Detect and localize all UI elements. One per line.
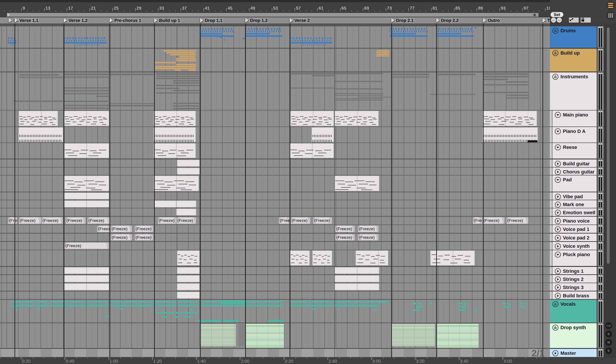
- clip-freeze[interactable]: (Freeze): [291, 217, 310, 224]
- track-header-build-guitar[interactable]: Build guitar: [552, 159, 597, 167]
- clip-druma[interactable]: [200, 26, 236, 48]
- track-lane-chorus-guitar[interactable]: [0, 168, 550, 175]
- track-header-reese[interactable]: Reese: [552, 143, 597, 158]
- scroll-left-icon[interactable]: [533, 13, 535, 16]
- loop-scrub-bar[interactable]: [7, 13, 539, 17]
- clip-pluck[interactable]: [290, 251, 310, 265]
- clip-gray[interactable]: [238, 324, 244, 346]
- track-lane-instruments[interactable]: [0, 72, 550, 110]
- fold-closed-icon[interactable]: [555, 268, 561, 274]
- clip-reese[interactable]: [289, 143, 334, 158]
- fold-open-icon[interactable]: [555, 177, 561, 183]
- link-tool-icon[interactable]: [569, 18, 579, 23]
- clip-freeze[interactable]: (Freeze): [506, 217, 528, 224]
- locator-verse-1-1[interactable]: Verse 1.1: [14, 18, 39, 23]
- clip-druma[interactable]: [245, 26, 284, 48]
- clip-freeze[interactable]: (Freeze): [64, 243, 109, 249]
- fold-closed-icon[interactable]: [555, 226, 561, 233]
- clip-plain[interactable]: [176, 209, 196, 215]
- fold-closed-icon[interactable]: [555, 243, 561, 249]
- clip-reese[interactable]: [154, 143, 196, 158]
- track-header-voice-pad-1[interactable]: Voice pad 1: [552, 225, 597, 233]
- clip-plain[interactable]: [176, 201, 196, 207]
- clip-plain[interactable]: [334, 284, 379, 290]
- next-locator-button[interactable]: →: [557, 18, 562, 23]
- fold-closed-icon[interactable]: [555, 201, 561, 208]
- clip-plain[interactable]: [177, 275, 200, 282]
- track-header-drums[interactable]: Drums: [550, 26, 597, 48]
- track-header-strings-3[interactable]: Strings 3: [552, 283, 597, 291]
- track-header-drop-synth[interactable]: Drop synth: [550, 323, 597, 348]
- clip-piano[interactable]: [154, 111, 196, 126]
- clip-pluck[interactable]: [312, 251, 332, 265]
- prev-locator-button[interactable]: ←: [551, 18, 556, 23]
- mixer-section-button-d[interactable]: D: [605, 347, 612, 354]
- clip-freeze[interactable]: (Freeze): [8, 217, 17, 224]
- track-lane-emotion-swell[interactable]: [0, 208, 550, 216]
- clip-piano[interactable]: [18, 111, 58, 126]
- fold-closed-icon[interactable]: [555, 193, 561, 200]
- clip-plain[interactable]: [177, 168, 200, 174]
- play-start-marker-icon[interactable]: [7, 13, 10, 17]
- clip-pad[interactable]: [64, 176, 109, 191]
- fold-closed-icon[interactable]: [555, 235, 561, 241]
- menu-icon[interactable]: [606, 1, 615, 10]
- track-header-vocals[interactable]: Vocals: [550, 300, 597, 323]
- clip-freeze[interactable]: (Freeze): [358, 226, 379, 232]
- clip-plain[interactable]: [334, 267, 379, 274]
- clip-ticks[interactable]: [18, 127, 63, 142]
- clip-freeze[interactable]: (Freeze): [335, 226, 355, 232]
- track-header-emotion-swell[interactable]: Emotion swell: [552, 208, 597, 216]
- locator-verse-2[interactable]: Verse 2: [289, 18, 310, 23]
- fold-open-icon[interactable]: [555, 112, 561, 118]
- fold-closed-icon[interactable]: [555, 169, 561, 175]
- track-lane-strings-1[interactable]: [0, 267, 550, 274]
- arrangement-area[interactable]: (Freeze)(Freeze)(Freeze)(Freeze)(Freeze)…: [0, 24, 550, 357]
- clip-freeze[interactable]: (Freeze): [358, 234, 379, 240]
- clip-drumb[interactable]: [8, 26, 17, 48]
- group-track-icon[interactable]: [552, 324, 559, 331]
- clip-reese[interactable]: [64, 143, 109, 158]
- clip-freeze[interactable]: (Freeze): [19, 217, 41, 224]
- clip-ticks[interactable]: [312, 127, 334, 142]
- clip-freeze[interactable]: (Freeze): [335, 234, 355, 240]
- clip-freeze[interactable]: (Freeze): [158, 217, 176, 224]
- clip-freeze[interactable]: (Freeze): [279, 217, 289, 224]
- track-header-mark-one[interactable]: Mark one: [552, 200, 597, 208]
- track-lane-drop-synth[interactable]: [0, 323, 550, 348]
- clip-ticks[interactable]: [482, 127, 538, 142]
- clip-plain[interactable]: [177, 292, 200, 299]
- track-lane-build-up[interactable]: [0, 49, 550, 71]
- track-lane-voice-synth[interactable]: (Freeze): [0, 242, 550, 250]
- clip-plain[interactable]: [154, 201, 176, 207]
- clip-pluck[interactable]: [177, 251, 200, 265]
- clip-ticks[interactable]: [154, 127, 196, 142]
- clip-freeze[interactable]: (Freeze): [65, 217, 86, 224]
- locator-pre-chorus-1[interactable]: Pre-chorus 1: [110, 18, 142, 23]
- fold-closed-icon[interactable]: [555, 276, 561, 283]
- track-header-main-piano[interactable]: Main piano: [552, 111, 597, 127]
- clip-freeze[interactable]: (Freeze): [135, 234, 153, 240]
- fold-closed-icon[interactable]: [555, 218, 561, 224]
- clip-plain[interactable]: [177, 284, 200, 290]
- fold-open-icon[interactable]: [555, 144, 561, 151]
- clip-druma[interactable]: [436, 26, 476, 48]
- locator-outro[interactable]: Outro: [483, 18, 500, 23]
- clip-plain[interactable]: [64, 275, 109, 282]
- clip-freeze[interactable]: (Freeze): [313, 217, 332, 224]
- track-header-piano-d-a[interactable]: Piano D A: [552, 127, 597, 143]
- locator-drop-2-1[interactable]: Drop 2.1: [391, 18, 414, 23]
- fold-closed-icon[interactable]: [555, 209, 561, 216]
- track-header-instruments[interactable]: Instruments: [550, 72, 597, 110]
- track-header-master[interactable]: Master: [550, 349, 597, 357]
- clip-freeze[interactable]: (Freeze): [473, 217, 482, 224]
- clip-piano[interactable]: [334, 111, 379, 126]
- clip-piano[interactable]: [290, 111, 334, 126]
- track-lane-reese[interactable]: [0, 143, 550, 158]
- set-locator-button[interactable]: Set: [551, 12, 563, 17]
- clip-freeze[interactable]: (Freeze): [176, 217, 196, 224]
- fold-closed-icon[interactable]: [555, 293, 561, 299]
- track-lane-pluck-piano[interactable]: [0, 250, 550, 266]
- locator-drop-1-1[interactable]: Drop 1.1: [200, 18, 223, 23]
- group-track-icon[interactable]: [552, 50, 559, 56]
